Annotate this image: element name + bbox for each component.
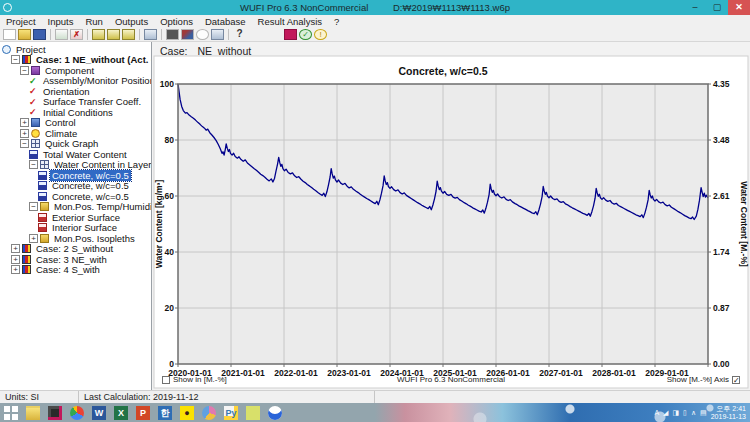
menu-project[interactable]: Project <box>0 16 42 27</box>
collapse-icon[interactable]: − <box>20 139 29 148</box>
tree-item-control[interactable]: +Control <box>0 118 151 129</box>
tree-item-climate[interactable]: +Climate <box>0 128 151 139</box>
tree-item-initial-conditions[interactable]: ✓Initial Conditions <box>0 107 151 118</box>
tree-item-label[interactable]: Climate <box>43 128 79 139</box>
tree-item-water-content-in-layer[interactable]: −Water Content in Layer <box>0 160 151 171</box>
tree-item-mon-pos-temp-humidity[interactable]: −Mon.Pos. Temp/Humidity <box>0 202 151 213</box>
expand-icon[interactable]: + <box>20 129 29 138</box>
expand-icon[interactable]: + <box>11 255 20 264</box>
tree-item-label[interactable]: Concrete, w/c=0.5 <box>50 191 131 202</box>
taskbar-whale[interactable] <box>264 404 286 421</box>
tree-item-label[interactable]: Component <box>43 65 96 76</box>
tree-item-exterior-surface[interactable]: Exterior Surface <box>0 212 151 223</box>
tree-item-concrete-w-c-0-5[interactable]: Concrete, w/c=0.5 <box>0 181 151 192</box>
tree-item-quick-graph[interactable]: −Quick Graph <box>0 139 151 150</box>
tree-item-surface-transfer-coeff[interactable]: ✓Surface Transfer Coeff. <box>0 97 151 108</box>
taskbar-hancom[interactable]: 한 <box>154 404 176 421</box>
menu-inputs[interactable]: Inputs <box>42 16 80 27</box>
tree-item-orientation[interactable]: ✓Orientation <box>0 86 151 97</box>
taskbar-word[interactable]: W <box>88 404 110 421</box>
taskbar-powerpoint[interactable]: P <box>132 404 154 421</box>
tray-keyboard-icon[interactable]: ▤ <box>700 409 707 417</box>
tree-item-label[interactable]: Quick Graph <box>43 138 100 149</box>
tree-item-label[interactable]: Control <box>43 117 78 128</box>
taskbar-file-explorer[interactable] <box>22 404 44 421</box>
tree-item-label[interactable]: Total Water Content <box>41 149 129 160</box>
tree-item-total-water-content[interactable]: Total Water Content <box>0 149 151 160</box>
run-calculation-icon[interactable] <box>92 29 105 40</box>
taskbar-kakaotalk[interactable]: ● <box>176 404 198 421</box>
tree-item-interior-surface[interactable]: Interior Surface <box>0 223 151 234</box>
status-pink-icon[interactable] <box>284 29 297 40</box>
tree-item-label[interactable]: Case: 4 S_with <box>34 264 102 275</box>
tray-chevron-icon[interactable]: ∧ <box>691 409 696 417</box>
tray-volume-icon[interactable]: ◨ <box>672 409 679 417</box>
tree-item-case-1-ne-without-act-case[interactable]: −Case: 1 NE_without (Act. Case) <box>0 55 151 66</box>
menu-help[interactable]: ? <box>328 16 345 27</box>
film-icon[interactable] <box>166 29 179 40</box>
taskbar-wufi[interactable] <box>44 404 66 421</box>
collapse-icon[interactable]: − <box>29 202 38 211</box>
taskbar-sticky-notes[interactable] <box>242 404 264 421</box>
expand-icon[interactable]: + <box>20 118 29 127</box>
expand-icon[interactable]: + <box>11 244 20 253</box>
show-axis-checkbox[interactable]: ✓ <box>732 376 740 384</box>
open-project-icon[interactable] <box>18 29 31 40</box>
close-button[interactable]: ✕ <box>728 0 750 15</box>
tree-item-label[interactable]: Project <box>14 44 48 55</box>
status-green-icon[interactable]: ✓ <box>299 29 312 40</box>
tree-item-label[interactable]: Interior Surface <box>50 222 119 233</box>
tree-item-label[interactable]: Assembly/Monitor Positions <box>41 75 152 86</box>
tree-item-label[interactable]: Exterior Surface <box>50 212 122 223</box>
menu-result-analysis[interactable]: Result Analysis <box>252 16 328 27</box>
taskbar-clock[interactable]: 오후 2:41 2019-11-13 <box>711 405 746 421</box>
tree-item-project[interactable]: Project <box>0 44 151 55</box>
run-film-icon[interactable] <box>122 29 135 40</box>
tray-battery-icon[interactable]: ▯ <box>683 409 687 417</box>
tray-ime-icon[interactable]: A <box>654 409 659 416</box>
tree-item-assembly-monitor-positions[interactable]: ✓Assembly/Monitor Positions <box>0 76 151 87</box>
menu-options[interactable]: Options <box>154 16 199 27</box>
tree-item-case-3-ne-with[interactable]: +Case: 3 NE_with <box>0 254 151 265</box>
maximize-button[interactable]: ▢ <box>706 0 728 15</box>
menu-database[interactable]: Database <box>199 16 252 27</box>
tree-item-label[interactable]: Case: 3 NE_with <box>34 254 109 265</box>
film-color-icon[interactable] <box>181 29 194 40</box>
tree-item-concrete-w-c-0-5[interactable]: Concrete, w/c=0.5 <box>0 191 151 202</box>
collapse-icon[interactable]: − <box>20 66 29 75</box>
tree-item-label[interactable]: Water Content in Layer <box>52 159 152 170</box>
tray-network-icon[interactable]: ◢ <box>663 409 668 417</box>
taskbar-chrome[interactable] <box>66 404 88 421</box>
new-document-icon[interactable] <box>3 29 16 40</box>
tree-item-concrete-w-c-0-5[interactable]: Concrete, w/c=0.5 <box>0 170 151 181</box>
taskbar-python[interactable]: Py <box>220 404 242 421</box>
tree-item-label[interactable]: Mon.Pos. Isopleths <box>52 233 137 244</box>
start-button[interactable] <box>0 404 22 421</box>
tree-item-label[interactable]: Concrete, w/c=0.5 <box>50 180 131 191</box>
results-table-icon[interactable] <box>211 29 224 40</box>
tree-item-component[interactable]: −Component <box>0 65 151 76</box>
collapse-icon[interactable]: − <box>11 55 20 64</box>
help-icon[interactable]: ? <box>233 29 246 40</box>
tree-item-label[interactable]: Case: 2 S_without <box>34 243 115 254</box>
tree-item-label[interactable]: Mon.Pos. Temp/Humidity <box>52 201 152 212</box>
menu-outputs[interactable]: Outputs <box>109 16 154 27</box>
tree-item-label[interactable]: Orientation <box>41 86 91 97</box>
delete-case-icon[interactable]: ✗ <box>70 29 83 40</box>
expand-icon[interactable]: + <box>29 234 38 243</box>
menu-run[interactable]: Run <box>79 16 108 27</box>
results-grid-icon[interactable] <box>144 29 157 40</box>
tree-item-case-4-s-with[interactable]: +Case: 4 S_with <box>0 265 151 276</box>
taskbar-excel[interactable]: X <box>110 404 132 421</box>
tree-item-mon-pos-isopleths[interactable]: +Mon.Pos. Isopleths <box>0 233 151 244</box>
tree-item-case-2-s-without[interactable]: +Case: 2 S_without <box>0 244 151 255</box>
expand-icon[interactable]: + <box>11 265 20 274</box>
check-input-icon[interactable] <box>55 29 68 40</box>
taskbar-paint[interactable] <box>198 404 220 421</box>
save-project-icon[interactable] <box>33 29 46 40</box>
tree-item-label[interactable]: Initial Conditions <box>41 107 115 118</box>
tree-item-label[interactable]: Case: 1 NE_without (Act. Case) <box>34 54 152 65</box>
clock-icon[interactable] <box>196 29 209 40</box>
minimize-button[interactable]: – <box>684 0 706 15</box>
tree-item-label[interactable]: Surface Transfer Coeff. <box>41 96 143 107</box>
